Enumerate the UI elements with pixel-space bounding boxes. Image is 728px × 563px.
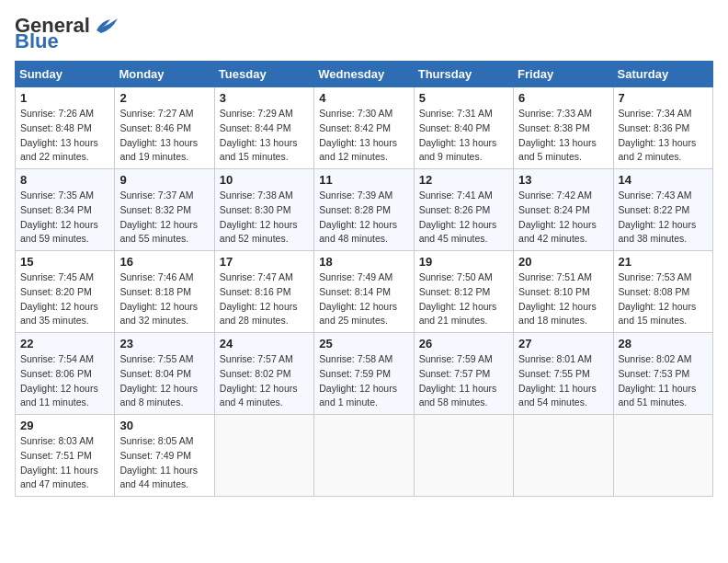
calendar-cell: 25 Sunrise: 7:58 AMSunset: 7:59 PMDaylig… [314, 333, 414, 415]
calendar-body: 1 Sunrise: 7:26 AMSunset: 8:48 PMDayligh… [16, 87, 713, 497]
calendar-cell: 23 Sunrise: 7:55 AMSunset: 8:04 PMDaylig… [115, 333, 214, 415]
day-number: 22 [20, 337, 109, 350]
day-info: Sunrise: 7:31 AMSunset: 8:40 PMDaylight:… [419, 108, 497, 162]
week-row-5: 29 Sunrise: 8:03 AMSunset: 7:51 PMDaylig… [16, 415, 713, 497]
day-number: 27 [518, 337, 608, 350]
day-number: 24 [220, 337, 309, 350]
col-header-friday: Friday [514, 62, 613, 87]
day-info: Sunrise: 7:55 AMSunset: 8:04 PMDaylight:… [119, 353, 198, 408]
day-info: Sunrise: 8:01 AMSunset: 7:55 PMDaylight:… [518, 353, 597, 408]
calendar-cell: 12 Sunrise: 7:41 AMSunset: 8:26 PMDaylig… [414, 169, 513, 251]
col-header-tuesday: Tuesday [214, 62, 313, 87]
day-number: 21 [619, 255, 708, 269]
day-number: 12 [419, 173, 508, 187]
day-number: 26 [419, 337, 508, 350]
calendar-cell: 9 Sunrise: 7:37 AMSunset: 8:32 PMDayligh… [115, 169, 214, 251]
day-number: 5 [419, 91, 508, 105]
day-info: Sunrise: 7:27 AMSunset: 8:46 PMDaylight:… [119, 108, 198, 162]
calendar-cell: 19 Sunrise: 7:50 AMSunset: 8:12 PMDaylig… [414, 251, 513, 333]
calendar-cell: 26 Sunrise: 7:59 AMSunset: 7:57 PMDaylig… [414, 333, 513, 415]
calendar-cell: 15 Sunrise: 7:45 AMSunset: 8:20 PMDaylig… [16, 251, 115, 333]
day-number: 7 [619, 91, 708, 105]
day-info: Sunrise: 7:39 AMSunset: 8:28 PMDaylight:… [319, 190, 397, 244]
day-number: 9 [119, 173, 209, 187]
calendar-cell: 2 Sunrise: 7:27 AMSunset: 8:46 PMDayligh… [115, 87, 214, 169]
calendar-cell: 8 Sunrise: 7:35 AMSunset: 8:34 PMDayligh… [16, 169, 115, 251]
day-info: Sunrise: 7:46 AMSunset: 8:18 PMDaylight:… [119, 271, 198, 326]
column-header-row: SundayMondayTuesdayWednesdayThursdayFrid… [16, 62, 713, 87]
calendar-cell: 7 Sunrise: 7:34 AMSunset: 8:36 PMDayligh… [613, 87, 712, 169]
col-header-wednesday: Wednesday [314, 62, 414, 87]
week-row-4: 22 Sunrise: 7:54 AMSunset: 8:06 PMDaylig… [16, 333, 713, 415]
day-info: Sunrise: 7:34 AMSunset: 8:36 PMDaylight:… [619, 108, 697, 162]
day-number: 23 [119, 337, 209, 350]
day-info: Sunrise: 7:38 AMSunset: 8:30 PMDaylight:… [220, 190, 298, 244]
day-info: Sunrise: 8:05 AMSunset: 7:49 PMDaylight:… [119, 435, 198, 489]
day-info: Sunrise: 7:57 AMSunset: 8:02 PMDaylight:… [220, 353, 298, 408]
day-number: 14 [619, 173, 708, 187]
day-number: 13 [518, 173, 608, 187]
day-number: 16 [119, 255, 209, 269]
day-info: Sunrise: 7:45 AMSunset: 8:20 PMDaylight:… [20, 271, 98, 326]
calendar-cell: 28 Sunrise: 8:02 AMSunset: 7:53 PMDaylig… [613, 333, 712, 415]
calendar-cell: 4 Sunrise: 7:30 AMSunset: 8:42 PMDayligh… [314, 87, 414, 169]
day-info: Sunrise: 7:47 AMSunset: 8:16 PMDaylight:… [220, 271, 298, 326]
page-header: General Blue [15, 15, 713, 52]
day-number: 3 [220, 91, 309, 105]
day-number: 30 [119, 419, 209, 432]
calendar-table: SundayMondayTuesdayWednesdayThursdayFrid… [15, 61, 713, 497]
logo: General Blue [15, 15, 119, 52]
day-number: 11 [319, 173, 408, 187]
day-number: 6 [518, 91, 608, 105]
calendar-cell: 17 Sunrise: 7:47 AMSunset: 8:16 PMDaylig… [214, 251, 313, 333]
col-header-thursday: Thursday [414, 62, 513, 87]
day-info: Sunrise: 7:59 AMSunset: 7:57 PMDaylight:… [419, 353, 497, 408]
calendar-cell [214, 415, 313, 497]
day-info: Sunrise: 7:43 AMSunset: 8:22 PMDaylight:… [619, 190, 697, 244]
week-row-3: 15 Sunrise: 7:45 AMSunset: 8:20 PMDaylig… [16, 251, 713, 333]
calendar-cell: 3 Sunrise: 7:29 AMSunset: 8:44 PMDayligh… [214, 87, 313, 169]
day-info: Sunrise: 7:35 AMSunset: 8:34 PMDaylight:… [20, 190, 98, 244]
day-number: 4 [319, 91, 408, 105]
day-number: 1 [20, 91, 109, 105]
calendar-cell: 5 Sunrise: 7:31 AMSunset: 8:40 PMDayligh… [414, 87, 513, 169]
day-info: Sunrise: 7:26 AMSunset: 8:48 PMDaylight:… [20, 108, 98, 162]
calendar-cell: 27 Sunrise: 8:01 AMSunset: 7:55 PMDaylig… [514, 333, 613, 415]
calendar-cell: 10 Sunrise: 7:38 AMSunset: 8:30 PMDaylig… [214, 169, 313, 251]
logo-bird-icon [92, 17, 119, 37]
logo-blue-text: Blue [15, 31, 59, 52]
day-number: 19 [419, 255, 508, 269]
day-info: Sunrise: 7:54 AMSunset: 8:06 PMDaylight:… [20, 353, 98, 408]
day-info: Sunrise: 7:53 AMSunset: 8:08 PMDaylight:… [619, 271, 697, 326]
calendar-cell [414, 415, 513, 497]
calendar-cell: 30 Sunrise: 8:05 AMSunset: 7:49 PMDaylig… [115, 415, 214, 497]
calendar-cell [314, 415, 414, 497]
day-number: 28 [619, 337, 708, 350]
day-number: 18 [319, 255, 408, 269]
calendar-cell: 29 Sunrise: 8:03 AMSunset: 7:51 PMDaylig… [16, 415, 115, 497]
day-info: Sunrise: 7:58 AMSunset: 7:59 PMDaylight:… [319, 353, 397, 408]
day-number: 10 [220, 173, 309, 187]
day-number: 15 [20, 255, 109, 269]
day-number: 25 [319, 337, 408, 350]
col-header-saturday: Saturday [613, 62, 712, 87]
day-info: Sunrise: 7:50 AMSunset: 8:12 PMDaylight:… [419, 271, 497, 326]
week-row-1: 1 Sunrise: 7:26 AMSunset: 8:48 PMDayligh… [16, 87, 713, 169]
day-number: 8 [20, 173, 109, 187]
day-info: Sunrise: 8:03 AMSunset: 7:51 PMDaylight:… [20, 435, 98, 489]
day-number: 2 [119, 91, 209, 105]
calendar-cell: 16 Sunrise: 7:46 AMSunset: 8:18 PMDaylig… [115, 251, 214, 333]
calendar-cell: 24 Sunrise: 7:57 AMSunset: 8:02 PMDaylig… [214, 333, 313, 415]
day-info: Sunrise: 7:42 AMSunset: 8:24 PMDaylight:… [518, 190, 597, 244]
day-info: Sunrise: 7:30 AMSunset: 8:42 PMDaylight:… [319, 108, 397, 162]
calendar-cell: 14 Sunrise: 7:43 AMSunset: 8:22 PMDaylig… [613, 169, 712, 251]
day-info: Sunrise: 8:02 AMSunset: 7:53 PMDaylight:… [619, 353, 697, 408]
calendar-cell: 20 Sunrise: 7:51 AMSunset: 8:10 PMDaylig… [514, 251, 613, 333]
day-number: 17 [220, 255, 309, 269]
day-info: Sunrise: 7:29 AMSunset: 8:44 PMDaylight:… [220, 108, 298, 162]
col-header-sunday: Sunday [16, 62, 115, 87]
day-info: Sunrise: 7:41 AMSunset: 8:26 PMDaylight:… [419, 190, 497, 244]
calendar-cell: 21 Sunrise: 7:53 AMSunset: 8:08 PMDaylig… [613, 251, 712, 333]
calendar-cell: 11 Sunrise: 7:39 AMSunset: 8:28 PMDaylig… [314, 169, 414, 251]
week-row-2: 8 Sunrise: 7:35 AMSunset: 8:34 PMDayligh… [16, 169, 713, 251]
